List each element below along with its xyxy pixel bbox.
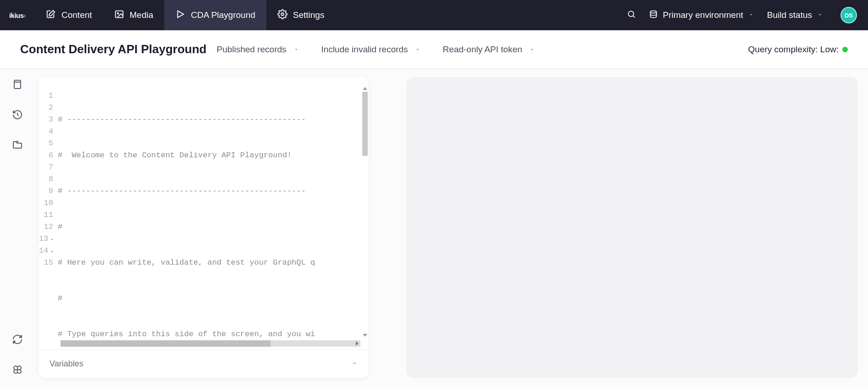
code-line: # Here you can write, validate, and test… <box>58 257 369 269</box>
avatar-initials: DS <box>845 12 853 19</box>
top-nav: ikius› Content Media CDA Playground Sett… <box>0 0 868 30</box>
playground-header: Content Delivery API Playground Publishe… <box>0 30 868 69</box>
line-number: 7 <box>39 161 53 173</box>
nav-playground[interactable]: CDA Playground <box>164 0 266 30</box>
line-number: 14 <box>39 245 53 257</box>
database-icon <box>649 10 658 21</box>
chevron-down-icon <box>817 10 823 20</box>
line-number: 3 <box>39 114 53 126</box>
nav-content[interactable]: Content <box>35 0 103 30</box>
scroll-arrow-down-icon[interactable] <box>363 334 367 337</box>
environment-dropdown[interactable]: Primary environment <box>649 10 754 21</box>
main-area: 1 2 3 4 5 6 7 8 9 10 11 12 13 14 <box>0 69 868 388</box>
complexity-label: Query complexity: Low: <box>748 44 839 55</box>
svg-point-1 <box>117 12 118 14</box>
variables-label: Variables <box>50 359 83 369</box>
horizontal-scrollbar[interactable] <box>61 340 360 347</box>
nav-label: CDA Playground <box>191 10 255 20</box>
variables-toggle[interactable]: Variables <box>39 349 369 378</box>
api-token-dropdown[interactable]: Read-only API token <box>443 44 535 55</box>
code-editor[interactable]: 1 2 3 4 5 6 7 8 9 10 11 12 13 14 <box>39 77 369 349</box>
play-outline-icon <box>175 9 185 22</box>
published-records-dropdown[interactable]: Published records <box>216 44 299 55</box>
scroll-thumb[interactable] <box>362 92 368 156</box>
vertical-scrollbar[interactable] <box>361 87 369 337</box>
left-sidebar <box>0 69 35 388</box>
code-content[interactable]: # --------------------------------------… <box>58 90 369 349</box>
line-gutter: 1 2 3 4 5 6 7 8 9 10 11 12 13 14 <box>39 90 58 349</box>
docs-icon[interactable] <box>12 79 23 90</box>
code-line: # <box>58 221 369 233</box>
scroll-thumb[interactable] <box>61 340 271 347</box>
refresh-icon[interactable] <box>12 334 23 345</box>
user-avatar[interactable]: DS <box>840 7 857 23</box>
search-icon[interactable] <box>627 10 636 21</box>
image-icon <box>114 9 124 22</box>
environment-label: Primary environment <box>663 10 743 20</box>
nav-media[interactable]: Media <box>103 0 165 30</box>
query-editor-panel: 1 2 3 4 5 6 7 8 9 10 11 12 13 14 <box>39 77 369 378</box>
build-status-dropdown[interactable]: Build status <box>767 10 823 20</box>
folder-icon[interactable] <box>12 139 23 150</box>
line-number: 9 <box>39 185 53 197</box>
code-line: # Type queries into this side of the scr… <box>58 328 369 340</box>
svg-marker-2 <box>178 11 184 17</box>
line-number: 8 <box>39 173 53 185</box>
code-line: # <box>58 293 369 305</box>
status-dot-green <box>842 47 848 52</box>
svg-point-3 <box>281 13 284 16</box>
line-number: 2 <box>39 102 53 114</box>
filter-label: Read-only API token <box>443 44 522 55</box>
chevron-down-icon <box>293 46 299 53</box>
build-status-label: Build status <box>767 10 812 20</box>
line-number: 6 <box>39 150 53 161</box>
invalid-records-dropdown[interactable]: Include invalid records <box>321 44 421 55</box>
code-line: # --------------------------------------… <box>58 114 369 126</box>
chevron-down-icon <box>415 46 421 53</box>
page-title: Content Delivery API Playground <box>20 42 206 56</box>
results-panel <box>406 77 858 378</box>
line-number: 10 <box>39 197 53 209</box>
nav-label: Settings <box>293 10 325 20</box>
filter-label: Include invalid records <box>321 44 408 55</box>
chevron-down-icon <box>529 46 535 53</box>
nav-label: Content <box>61 10 92 20</box>
nav-settings[interactable]: Settings <box>266 0 336 30</box>
code-line: # --------------------------------------… <box>58 185 369 197</box>
filter-label: Published records <box>216 44 286 55</box>
line-number: 1 <box>39 90 53 102</box>
line-number: 11 <box>39 209 53 221</box>
svg-rect-6 <box>14 80 21 89</box>
workspace: 1 2 3 4 5 6 7 8 9 10 11 12 13 14 <box>35 69 868 388</box>
line-number: 4 <box>39 126 53 138</box>
svg-point-5 <box>651 11 657 13</box>
gear-icon <box>277 9 287 22</box>
svg-point-4 <box>629 11 634 17</box>
line-number: 13 <box>39 233 53 245</box>
line-number: 5 <box>39 138 53 150</box>
scroll-arrow-up-icon[interactable] <box>363 87 367 90</box>
brand-logo[interactable]: ikius› <box>0 11 35 19</box>
history-icon[interactable] <box>12 109 23 120</box>
pencil-icon <box>46 9 56 22</box>
keyboard-shortcut-icon[interactable] <box>12 364 23 375</box>
code-line: # Welcome to the Content Delivery API Pl… <box>58 150 369 161</box>
chevron-down-icon <box>748 10 754 20</box>
scroll-arrow-right-icon[interactable] <box>356 341 359 346</box>
line-number: 12 <box>39 221 53 233</box>
nav-label: Media <box>130 10 154 20</box>
line-number: 15 <box>39 257 53 269</box>
chevron-up-icon <box>351 359 358 369</box>
